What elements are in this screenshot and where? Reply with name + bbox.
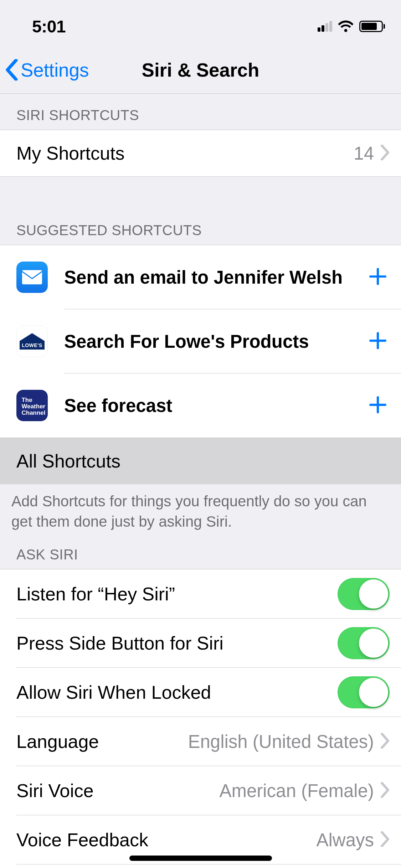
suggested-shortcut-label: Send an email to Jennifer Welsh — [64, 267, 343, 288]
battery-icon — [359, 21, 385, 32]
voice-feedback-value: Always — [316, 830, 374, 851]
plus-icon — [369, 396, 387, 414]
suggested-shortcut-row[interactable]: Send an email to Jennifer Welsh — [0, 245, 401, 309]
plus-icon — [369, 332, 387, 350]
hey-siri-label: Listen for “Hey Siri” — [16, 583, 175, 605]
voice-feedback-label: Voice Feedback — [16, 829, 148, 851]
mail-app-icon — [16, 262, 48, 293]
chevron-left-icon — [5, 59, 19, 81]
cellular-signal-icon — [318, 21, 332, 32]
language-row[interactable]: Language English (United States) — [0, 717, 401, 766]
suggested-footer-text: Add Shortcuts for things you frequently … — [0, 484, 401, 535]
plus-icon — [369, 268, 387, 285]
status-time: 5:01 — [32, 17, 66, 36]
suggested-shortcut-label: Search For Lowe's Products — [64, 331, 309, 352]
siri-voice-label: Siri Voice — [16, 780, 94, 801]
chevron-right-icon — [380, 782, 390, 799]
section-header-siri-shortcuts: SIRI SHORTCUTS — [0, 94, 401, 130]
my-shortcuts-label: My Shortcuts — [16, 143, 124, 164]
side-button-row: Press Side Button for Siri — [0, 619, 401, 668]
add-shortcut-button[interactable] — [369, 268, 387, 287]
add-shortcut-button[interactable] — [369, 332, 387, 351]
chevron-right-icon — [380, 733, 390, 750]
all-shortcuts-label: All Shortcuts — [16, 450, 120, 472]
wifi-icon — [337, 19, 354, 33]
status-bar: 5:01 — [0, 0, 401, 46]
back-label: Settings — [21, 59, 89, 81]
section-header-suggested: SUGGESTED SHORTCUTS — [0, 222, 401, 245]
suggested-shortcut-label: See forecast — [64, 395, 172, 416]
chevron-right-icon — [380, 145, 390, 162]
my-information-row[interactable]: My Information Justin Meyers — [0, 864, 401, 868]
when-locked-row: Allow Siri When Locked — [0, 668, 401, 717]
add-shortcut-button[interactable] — [369, 396, 387, 415]
side-button-toggle[interactable] — [338, 627, 390, 659]
status-indicators — [318, 19, 385, 33]
nav-bar: Settings Siri & Search — [0, 46, 401, 94]
suggested-shortcut-row[interactable]: LOWE'S Search For Lowe's Products — [0, 309, 401, 373]
hey-siri-row: Listen for “Hey Siri” — [0, 569, 401, 619]
home-indicator[interactable] — [129, 856, 272, 861]
hey-siri-toggle[interactable] — [338, 578, 390, 610]
when-locked-label: Allow Siri When Locked — [16, 682, 211, 703]
language-value: English (United States) — [188, 731, 374, 752]
lowes-app-icon: LOWE'S — [16, 326, 48, 357]
svg-rect-0 — [22, 270, 42, 284]
siri-voice-value: American (Female) — [219, 780, 374, 801]
suggested-shortcut-row[interactable]: TheWeatherChannel See forecast — [0, 373, 401, 438]
when-locked-toggle[interactable] — [338, 676, 390, 708]
language-label: Language — [16, 731, 99, 752]
my-shortcuts-count: 14 — [354, 143, 374, 164]
all-shortcuts-row[interactable]: All Shortcuts — [0, 438, 401, 484]
back-button[interactable]: Settings — [0, 59, 89, 81]
side-button-label: Press Side Button for Siri — [16, 632, 223, 654]
chevron-right-icon — [380, 831, 390, 848]
weather-channel-app-icon: TheWeatherChannel — [16, 390, 48, 421]
my-shortcuts-row[interactable]: My Shortcuts 14 — [0, 130, 401, 176]
siri-voice-row[interactable]: Siri Voice American (Female) — [0, 766, 401, 815]
section-header-ask-siri: ASK SIRI — [0, 535, 401, 569]
